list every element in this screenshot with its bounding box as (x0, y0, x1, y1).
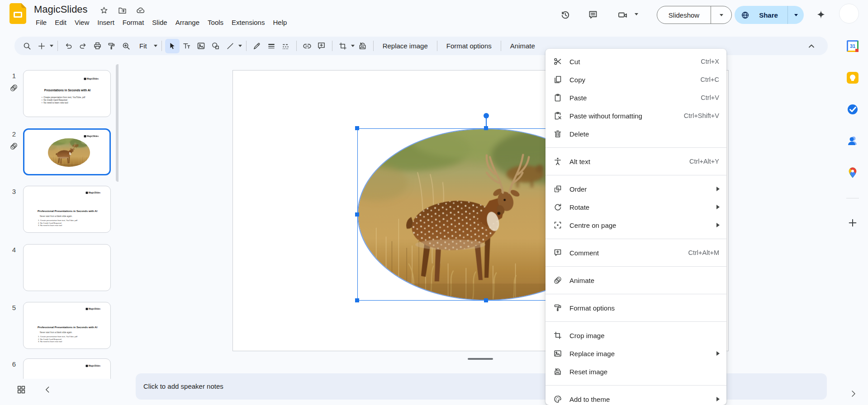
mask-image-caret-icon[interactable] (350, 45, 356, 47)
border-dash-icon[interactable] (279, 39, 293, 53)
google-calendar-icon[interactable]: 31 (847, 40, 859, 52)
context-menu-item-animate[interactable]: Animate (545, 271, 726, 289)
print-icon[interactable] (90, 39, 104, 53)
slide-thumbnail-2-selected[interactable]: MagicSlides (23, 128, 111, 175)
context-menu-item-comment[interactable]: Comment Ctrl+Alt+M (545, 244, 726, 262)
open-comments-icon[interactable] (587, 9, 599, 21)
call-options-caret-icon[interactable] (635, 13, 638, 15)
context-menu-item-rotate[interactable]: Rotate (545, 198, 726, 216)
crop-image-icon[interactable] (336, 39, 350, 53)
account-avatar[interactable] (839, 4, 859, 24)
animate-button[interactable]: Animate (504, 42, 541, 50)
document-title[interactable]: MagicSlides (34, 4, 88, 15)
show-side-panel-icon[interactable] (849, 390, 858, 398)
resize-handle-bottom-left[interactable] (355, 298, 359, 302)
redo-icon[interactable] (76, 39, 90, 53)
zoom-icon[interactable] (119, 39, 133, 53)
resize-handle-top-left[interactable] (355, 126, 359, 130)
animate-circles-icon (552, 276, 563, 285)
context-menu-item-cut[interactable]: Cut Ctrl+X (545, 52, 726, 71)
context-menu-item-delete[interactable]: Delete (545, 125, 726, 143)
context-menu-item-crop-image[interactable]: Crop image (545, 326, 726, 344)
context-menu-item-alt-text[interactable]: Alt text Ctrl+Alt+Y (545, 152, 726, 170)
reset-image-icon[interactable] (356, 39, 370, 53)
context-menu-item-copy[interactable]: Copy Ctrl+C (545, 71, 726, 89)
cloud-saved-icon[interactable] (135, 5, 145, 15)
globe-icon (741, 11, 749, 19)
slideshow-button[interactable]: Slideshow (657, 11, 711, 19)
select-tool-icon[interactable] (165, 39, 180, 53)
new-slide-icon[interactable] (34, 39, 49, 53)
menu-file[interactable]: File (32, 18, 51, 28)
crop-icon (552, 331, 563, 340)
gemini-sparkle-icon[interactable] (815, 9, 827, 21)
google-keep-icon[interactable] (847, 72, 859, 84)
slide-number: 6 (8, 360, 20, 368)
centre-on-page-icon (552, 221, 563, 230)
border-color-icon[interactable] (250, 39, 264, 53)
join-call-icon[interactable] (617, 9, 629, 21)
context-menu-item-paste-without-formatting[interactable]: Paste without formatting Ctrl+Shift+V (545, 107, 726, 125)
zoom-fit-select[interactable]: Fit (133, 42, 153, 50)
slide-thumbnail-3[interactable]: MagicSlides Professional Presentations i… (23, 186, 111, 233)
version-history-icon[interactable] (560, 9, 571, 21)
context-menu-item-centre-on-page[interactable]: Centre on page (545, 216, 726, 234)
rail-divider (846, 198, 859, 198)
insert-line-icon[interactable] (223, 39, 237, 53)
replace-image-button[interactable]: Replace image (377, 42, 434, 50)
collapse-filmstrip-icon[interactable] (43, 385, 52, 394)
resize-handle-mid-left[interactable] (355, 212, 359, 217)
insert-shape-icon[interactable] (209, 39, 223, 53)
paint-format-icon[interactable] (104, 39, 119, 53)
context-menu-item-format-options[interactable]: Format options (545, 299, 726, 317)
context-menu-item-replace-image[interactable]: Replace image (545, 344, 726, 363)
insert-line-caret-icon[interactable] (237, 45, 243, 47)
menubar: File Edit View Insert Format Slide Arran… (32, 18, 291, 28)
canvas-horizontal-scrollbar[interactable] (468, 358, 493, 360)
context-menu-item-order[interactable]: Order (545, 180, 726, 198)
share-options-caret[interactable] (787, 6, 804, 24)
resize-handle-top-center[interactable] (484, 126, 488, 130)
google-maps-icon[interactable] (847, 167, 859, 179)
star-icon[interactable] (99, 5, 109, 15)
border-weight-icon[interactable] (264, 39, 279, 53)
new-slide-caret-icon[interactable] (49, 45, 54, 47)
insert-image-icon[interactable] (194, 39, 209, 53)
menu-arrange[interactable]: Arrange (171, 18, 204, 28)
resize-handle-bottom-center[interactable] (484, 298, 488, 302)
slide-thumbnail-4[interactable] (23, 244, 111, 291)
text-box-icon[interactable] (180, 39, 194, 53)
menu-slide[interactable]: Slide (148, 18, 171, 28)
menu-view[interactable]: View (71, 18, 93, 28)
menu-tools[interactable]: Tools (204, 18, 228, 28)
insert-link-icon[interactable] (300, 39, 314, 53)
submenu-arrow-icon (716, 223, 720, 227)
slide-thumbnail-5[interactable]: MagicSlides Professional Presentations i… (23, 302, 111, 349)
zoom-fit-caret-icon[interactable] (153, 45, 158, 47)
move-folder-icon[interactable] (117, 5, 127, 15)
undo-icon[interactable] (61, 39, 76, 53)
context-menu-item-reset-image[interactable]: Reset image (545, 363, 726, 381)
menu-extensions[interactable]: Extensions (228, 18, 269, 28)
get-addons-icon[interactable] (848, 218, 858, 228)
menu-format[interactable]: Format (119, 18, 148, 28)
search-menus-icon[interactable] (20, 39, 34, 53)
slide-thumbnail-6[interactable]: MagicSlides (23, 358, 111, 379)
menu-edit[interactable]: Edit (51, 18, 71, 28)
menu-help[interactable]: Help (269, 18, 291, 28)
context-menu-item-paste[interactable]: Paste Ctrl+V (545, 89, 726, 107)
filmstrip-scrollbar[interactable] (116, 64, 119, 182)
collapse-toolbar-icon[interactable] (806, 41, 817, 52)
slide-thumbnail-1[interactable]: MagicSlides Presentations in Seconds wit… (23, 70, 111, 117)
share-button[interactable]: Share (749, 11, 787, 19)
slides-app-logo[interactable] (9, 3, 26, 24)
google-contacts-icon[interactable] (847, 135, 859, 147)
grid-view-icon[interactable] (16, 385, 26, 395)
menu-insert[interactable]: Insert (93, 18, 119, 28)
rotation-handle[interactable] (484, 113, 489, 118)
add-comment-icon[interactable] (314, 39, 329, 53)
context-menu-item-add-to-theme[interactable]: Add to theme (545, 390, 726, 405)
format-options-button[interactable]: Format options (441, 42, 498, 50)
google-tasks-icon[interactable] (847, 104, 859, 115)
slideshow-options-caret[interactable] (711, 6, 731, 24)
